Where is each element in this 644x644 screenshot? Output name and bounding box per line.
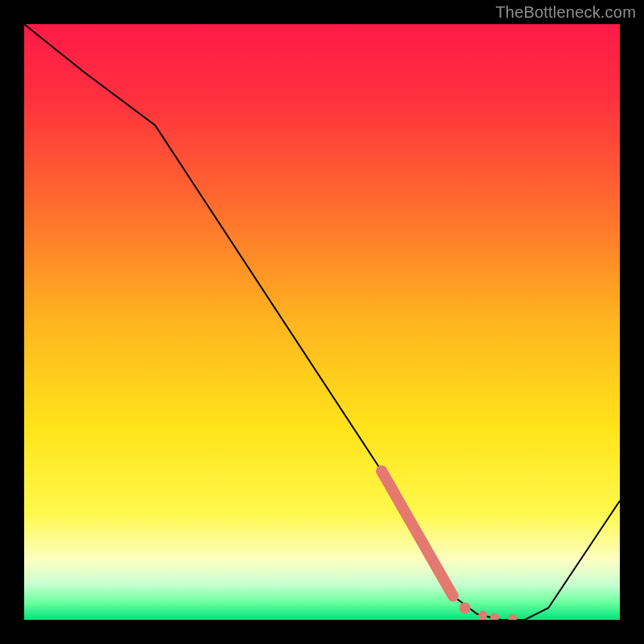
chart-svg bbox=[24, 24, 620, 620]
svg-point-1 bbox=[478, 611, 487, 620]
gradient-background bbox=[24, 24, 620, 620]
plot-area bbox=[24, 24, 620, 620]
chart-frame: TheBottleneck.com bbox=[0, 0, 644, 644]
watermark-text: TheBottleneck.com bbox=[495, 3, 636, 22]
svg-point-0 bbox=[460, 602, 471, 613]
